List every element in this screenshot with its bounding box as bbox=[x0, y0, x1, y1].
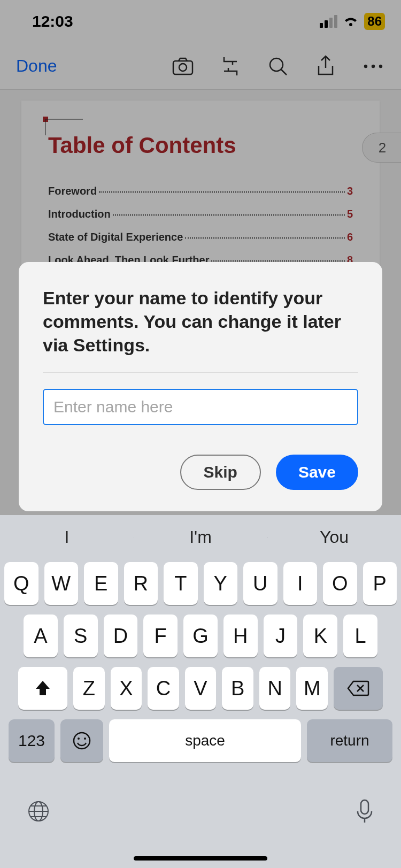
key-b[interactable]: B bbox=[222, 667, 253, 710]
key-y[interactable]: Y bbox=[204, 562, 238, 605]
toc-leader bbox=[113, 214, 345, 216]
globe-icon[interactable] bbox=[27, 800, 50, 825]
toc-leader bbox=[99, 191, 345, 193]
svg-point-7 bbox=[74, 733, 90, 749]
emoji-key[interactable] bbox=[60, 719, 103, 762]
home-indicator[interactable] bbox=[134, 856, 267, 861]
save-button[interactable]: Save bbox=[276, 455, 358, 490]
page-title: Table of Contents bbox=[48, 133, 353, 158]
toolbar: Done bbox=[0, 43, 401, 90]
toc-page: 6 bbox=[347, 231, 353, 243]
key-n[interactable]: N bbox=[259, 667, 291, 710]
key-j[interactable]: J bbox=[264, 614, 298, 657]
svg-point-5 bbox=[379, 64, 382, 67]
toc-leader bbox=[185, 237, 345, 239]
svg-point-2 bbox=[270, 58, 283, 71]
key-e[interactable]: E bbox=[84, 562, 118, 605]
toc-page: 5 bbox=[347, 208, 353, 220]
svg-point-1 bbox=[179, 64, 187, 71]
cellular-signal-icon bbox=[320, 15, 337, 28]
comment-marker-icon bbox=[43, 117, 86, 138]
key-t[interactable]: T bbox=[164, 562, 198, 605]
status-time: 12:03 bbox=[16, 12, 73, 30]
suggestion[interactable]: You bbox=[267, 527, 401, 547]
done-button[interactable]: Done bbox=[16, 56, 57, 76]
key-d[interactable]: D bbox=[104, 614, 138, 657]
return-key[interactable]: return bbox=[307, 719, 392, 762]
suggestion[interactable]: I'm bbox=[134, 527, 267, 547]
toc-label: Introduction bbox=[48, 208, 111, 220]
shift-key[interactable] bbox=[18, 667, 67, 710]
divider bbox=[43, 372, 358, 373]
numbers-key[interactable]: 123 bbox=[9, 719, 55, 762]
backspace-key[interactable] bbox=[334, 667, 383, 710]
wifi-icon bbox=[343, 15, 359, 28]
key-g[interactable]: G bbox=[183, 614, 218, 657]
key-f[interactable]: F bbox=[143, 614, 178, 657]
suggestion[interactable]: I bbox=[0, 527, 134, 547]
key-p[interactable]: P bbox=[363, 562, 397, 605]
key-s[interactable]: S bbox=[64, 614, 98, 657]
space-key[interactable]: space bbox=[109, 719, 301, 762]
key-m[interactable]: M bbox=[296, 667, 328, 710]
svg-point-4 bbox=[372, 64, 375, 67]
key-l[interactable]: L bbox=[343, 614, 377, 657]
share-icon[interactable] bbox=[314, 55, 337, 78]
key-u[interactable]: U bbox=[243, 562, 277, 605]
key-w[interactable]: W bbox=[44, 562, 79, 605]
key-c[interactable]: C bbox=[148, 667, 179, 710]
toc-label: State of Digital Experience bbox=[48, 231, 183, 243]
key-o[interactable]: O bbox=[323, 562, 357, 605]
search-icon[interactable] bbox=[266, 55, 290, 78]
more-icon[interactable] bbox=[361, 55, 385, 78]
name-entry-dialog: Enter your name to identify your comment… bbox=[19, 262, 382, 511]
battery-indicator: 86 bbox=[364, 13, 385, 30]
key-i[interactable]: I bbox=[283, 562, 318, 605]
toc-label: Foreword bbox=[48, 185, 97, 197]
keyboard-suggestions: I I'm You bbox=[0, 515, 401, 559]
crop-icon[interactable] bbox=[219, 55, 242, 78]
svg-rect-12 bbox=[361, 800, 368, 814]
svg-point-3 bbox=[364, 64, 367, 67]
toc-leader bbox=[211, 260, 344, 262]
key-k[interactable]: K bbox=[303, 614, 337, 657]
status-bar: 12:03 86 bbox=[0, 0, 401, 43]
skip-button[interactable]: Skip bbox=[180, 455, 261, 490]
svg-point-9 bbox=[84, 738, 86, 740]
key-v[interactable]: V bbox=[185, 667, 217, 710]
page-number-indicator[interactable]: 2 bbox=[362, 133, 401, 163]
svg-point-8 bbox=[78, 738, 80, 740]
camera-icon[interactable] bbox=[171, 55, 195, 78]
key-h[interactable]: H bbox=[223, 614, 258, 657]
name-input[interactable] bbox=[43, 389, 358, 425]
key-q[interactable]: Q bbox=[4, 562, 38, 605]
key-r[interactable]: R bbox=[124, 562, 158, 605]
toc-entry: State of Digital Experience6 bbox=[48, 231, 353, 243]
on-screen-keyboard: I I'm You QWERTYUIOP ASDFGHJKL ZXCVBNM 1… bbox=[0, 515, 401, 868]
microphone-icon[interactable] bbox=[355, 798, 374, 826]
toc-entry: Foreword3 bbox=[48, 185, 353, 197]
key-x[interactable]: X bbox=[111, 667, 142, 710]
key-a[interactable]: A bbox=[24, 614, 58, 657]
key-z[interactable]: Z bbox=[73, 667, 105, 710]
toc-entry: Introduction5 bbox=[48, 208, 353, 220]
toc-page: 3 bbox=[347, 185, 353, 197]
dialog-message: Enter your name to identify your comment… bbox=[43, 286, 358, 357]
